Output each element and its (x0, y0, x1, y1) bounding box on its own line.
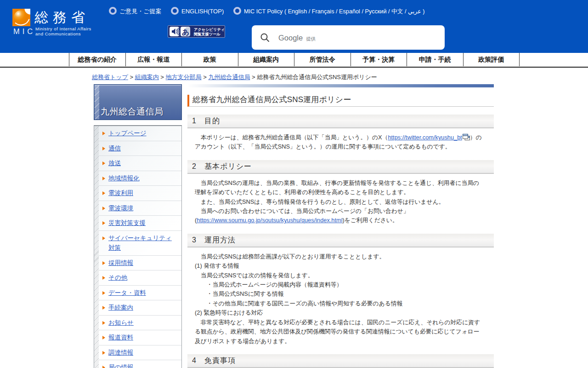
svg-text:アクセシビリティ: アクセシビリティ (194, 28, 225, 32)
svg-text:Ministry of Internal Affairs: Ministry of Internal Affairs (35, 26, 91, 31)
svg-text:総務省: 総務省 (34, 10, 90, 25)
svg-text:閲覧支援ツール: 閲覧支援ツール (194, 32, 220, 36)
svg-text:あ: あ (182, 28, 189, 36)
svg-text:and Communications: and Communications (35, 31, 81, 36)
svg-text:MIC: MIC (13, 27, 35, 35)
